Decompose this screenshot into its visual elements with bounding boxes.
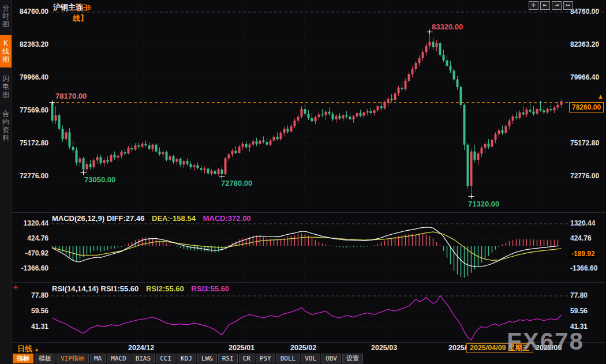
candle-body xyxy=(128,148,130,154)
candle-body xyxy=(204,168,206,170)
candle-body xyxy=(391,99,393,100)
candle-body xyxy=(553,108,556,111)
rsi-readout: RSI(14,14,14) RSI1:55.60 RSI2:55.60 RSI3… xyxy=(52,284,229,293)
candle-body xyxy=(380,106,383,108)
candle-body xyxy=(481,148,483,154)
candle-body xyxy=(259,141,261,144)
toolbar-button-RSI[interactable]: RSI xyxy=(218,354,238,363)
candle-body xyxy=(418,58,421,63)
toolbar-button-PSY[interactable]: PSY xyxy=(256,354,275,363)
candle-body xyxy=(100,157,102,163)
candle-body xyxy=(252,141,255,145)
candle-body xyxy=(83,159,85,170)
left-sidebar: 分时图 K线图 闪电图 合约资料 xyxy=(0,0,12,364)
candle-body xyxy=(325,112,327,115)
sidebar-tab-time-chart[interactable]: 分时图 xyxy=(0,0,12,32)
date-axis-label: 2025/05 xyxy=(536,344,562,352)
candle-body xyxy=(141,144,144,147)
candle-body xyxy=(508,121,511,126)
last-price-box: 78260.00 xyxy=(569,102,604,112)
axis-compress-icon[interactable]: ⇤ xyxy=(540,1,550,10)
candle-body xyxy=(529,110,532,112)
toolbar-button-MACD[interactable]: MACD xyxy=(107,354,130,363)
candle-body xyxy=(526,110,528,114)
candle-body xyxy=(304,109,306,114)
period-selector[interactable]: 日线▲ xyxy=(17,344,39,354)
date-axis: 日线▲ 2024/122025/012025/022025/032025/202… xyxy=(0,343,606,353)
candle-body xyxy=(193,165,196,167)
candle-body xyxy=(373,110,376,113)
candle-body xyxy=(349,117,351,119)
date-axis-label: 2025/03 xyxy=(371,344,397,352)
pan-right-icon[interactable]: ↦ xyxy=(563,1,573,10)
toolbar-button-KDJ[interactable]: KDJ xyxy=(177,354,196,363)
candle-body xyxy=(228,154,230,158)
toolbar-button-OBV[interactable]: OBV xyxy=(321,354,341,363)
sidebar-tab-kline-chart[interactable]: K线图 xyxy=(0,35,12,67)
toolbar-button-CR[interactable]: CR xyxy=(239,354,255,363)
candle-body xyxy=(342,115,345,119)
macd-diff-value: MACD(26,12,9) DIFF:27.46 xyxy=(52,214,144,223)
toolbar-button-VOL[interactable]: VOL xyxy=(301,354,320,363)
candle-body xyxy=(360,113,362,116)
candle-body xyxy=(214,171,216,174)
candle-body xyxy=(96,157,99,160)
candle-body xyxy=(169,156,171,160)
candle-body xyxy=(301,109,303,117)
candle-body xyxy=(162,152,164,155)
candle-body xyxy=(505,126,507,133)
toolbar-button-模板[interactable]: 模板 xyxy=(35,354,55,363)
candle-body xyxy=(276,137,279,140)
candle-body xyxy=(484,144,487,148)
candle-body xyxy=(335,116,338,119)
candle-body xyxy=(270,141,272,145)
candle-body xyxy=(536,109,538,114)
candle-body xyxy=(321,114,324,115)
toolbar-button-VIP指标[interactable]: VIP指标 xyxy=(57,354,89,363)
candle-body xyxy=(183,161,185,164)
alarm-sun-icon[interactable]: ☀ xyxy=(12,283,19,292)
candle-body xyxy=(557,105,559,108)
toolbar-button-LW&[interactable]: LW& xyxy=(197,354,217,363)
candle-body xyxy=(290,126,293,132)
macd-dea-value: DEA:-158.54 xyxy=(152,214,196,223)
candle-body xyxy=(287,129,289,132)
candle-body xyxy=(152,145,154,149)
toolbar-button-BIAS[interactable]: BIAS xyxy=(132,354,155,363)
candle-body xyxy=(311,118,313,121)
candle-body xyxy=(110,155,113,162)
candle-body xyxy=(263,141,265,142)
candle-body xyxy=(439,43,442,55)
candle-body xyxy=(107,160,109,162)
candle-body xyxy=(491,140,493,147)
candle-body xyxy=(377,106,379,110)
candle-body xyxy=(540,109,542,110)
candle-body xyxy=(249,145,251,148)
candle-body xyxy=(387,99,390,103)
candle-body xyxy=(280,133,282,140)
toolbar-button-MA[interactable]: MA xyxy=(90,354,106,363)
toolbar-button-BOLL[interactable]: BOLL xyxy=(276,354,300,363)
toolbar-button-设置[interactable]: 设置 xyxy=(342,354,363,363)
candle-body xyxy=(408,74,410,81)
candle-body xyxy=(547,109,549,112)
candle-body xyxy=(353,117,355,119)
rsi1-value: RSI(14,14,14) RSI1:55.60 xyxy=(52,284,139,293)
candle-body xyxy=(69,132,71,147)
sidebar-tab-flash-chart[interactable]: 闪电图 xyxy=(0,70,12,103)
candle-body xyxy=(231,151,234,154)
candle-body xyxy=(363,112,365,116)
macd-readout: MACD(26,12,9) DIFF:27.46 DEA:-158.54 MAC… xyxy=(52,214,251,223)
candle-body xyxy=(550,109,552,110)
candle-body xyxy=(512,117,514,121)
crosshair-move-icon[interactable]: ✛ xyxy=(529,1,538,10)
period-label: 日线 xyxy=(17,344,32,353)
axis-expand-icon[interactable]: ⇥ xyxy=(552,1,562,10)
toolbar-button-指标[interactable]: 指标 xyxy=(13,354,33,363)
candle-body xyxy=(502,130,504,133)
date-axis-label: 2025/02 xyxy=(290,344,316,352)
candle-body xyxy=(145,144,147,145)
candle-body xyxy=(197,165,199,168)
sidebar-tab-contract-info[interactable]: 合约资料 xyxy=(0,106,12,146)
toolbar-button-CCI[interactable]: CCI xyxy=(156,354,175,363)
